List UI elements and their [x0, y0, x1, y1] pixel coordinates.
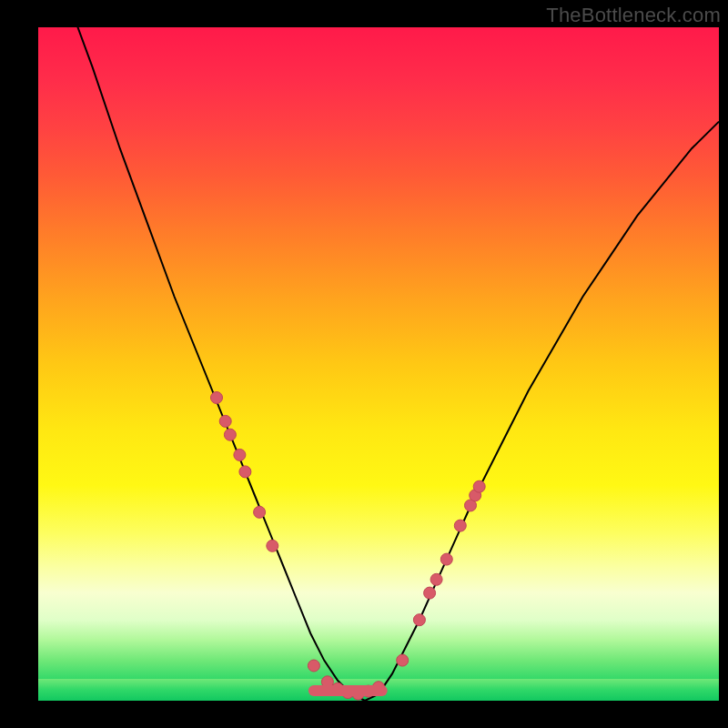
data-point — [424, 587, 436, 599]
plot-area — [38, 27, 719, 701]
data-point — [440, 553, 452, 565]
chart-frame: TheBottleneck.com — [0, 0, 728, 728]
data-point — [211, 392, 223, 404]
curve-layer — [38, 27, 719, 701]
dots-group — [211, 392, 486, 701]
data-point — [430, 573, 442, 585]
data-point — [473, 480, 485, 492]
data-point — [397, 654, 409, 666]
data-point — [308, 660, 319, 672]
data-point — [267, 540, 278, 551]
curve-group — [38, 27, 719, 701]
bottleneck-curve — [38, 27, 719, 701]
data-point — [454, 520, 466, 531]
data-point — [219, 415, 231, 427]
data-point — [239, 466, 251, 478]
data-point — [413, 614, 425, 626]
data-point — [224, 429, 236, 440]
data-point — [254, 506, 266, 518]
watermark-text: TheBottleneck.com — [546, 4, 721, 27]
data-point — [234, 449, 246, 460]
